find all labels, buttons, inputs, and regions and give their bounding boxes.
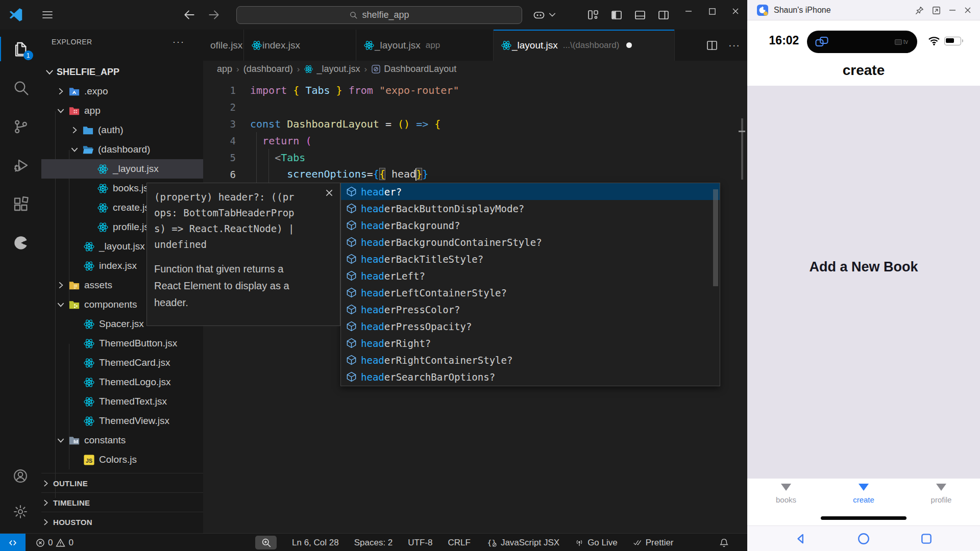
suggest-item[interactable]: headerLeftContainerStyle?: [341, 284, 720, 301]
statusbar-go-live[interactable]: Go Live: [575, 538, 618, 548]
statusbar-utf-8[interactable]: UTF-8: [408, 538, 432, 548]
tree-item[interactable]: app: [41, 101, 204, 120]
tree-item[interactable]: (auth): [41, 120, 204, 140]
explorer-more-icon[interactable]: ···: [173, 37, 185, 47]
extensions-icon: [13, 196, 29, 212]
editor-tab[interactable]: _layout.jsx...\(dashboard): [494, 30, 675, 61]
copilot-icon[interactable]: [532, 9, 546, 21]
suggest-item[interactable]: headerBackground?: [341, 217, 720, 234]
tree-item[interactable]: ThemedView.jsx: [41, 411, 204, 431]
toggle-panel-icon[interactable]: [634, 9, 646, 21]
iphone-minimize-icon[interactable]: [948, 6, 957, 14]
problems-status[interactable]: 0 0: [36, 534, 74, 551]
sidebar-section-timeline[interactable]: TIMELINE: [41, 492, 203, 512]
tree-item[interactable]: JSColors.js: [41, 450, 204, 469]
window-close-button[interactable]: [724, 0, 747, 22]
property-icon: [346, 371, 357, 382]
notifications-button[interactable]: [719, 534, 729, 551]
tree-item[interactable]: _layout.jsx: [41, 159, 204, 179]
statusbar-spaces-2[interactable]: Spaces: 2: [354, 538, 393, 548]
command-center-search[interactable]: shelfie_app: [236, 6, 522, 24]
iphone-tab-books[interactable]: books: [747, 479, 825, 525]
search-icon: [349, 11, 358, 19]
suggest-item[interactable]: headerBackButtonDisplayMode?: [341, 200, 720, 217]
suggest-rest: erBackTitleStyle?: [384, 254, 483, 265]
suggest-item[interactable]: header?: [341, 183, 720, 200]
window-maximize-button[interactable]: [700, 0, 724, 22]
suggest-item[interactable]: headerRight?: [341, 335, 720, 352]
window-minimize-button[interactable]: [677, 0, 700, 22]
forward-arrow-icon[interactable]: [207, 8, 220, 21]
tree-item[interactable]: ThemedButton.jsx: [41, 334, 204, 353]
statusbar-javascript-jsx[interactable]: {}JavaScript JSX: [486, 538, 559, 548]
breadcrumb-item[interactable]: (dashboard): [243, 64, 293, 74]
toggle-secondary-sidebar-icon[interactable]: [657, 9, 670, 21]
activity-item-run-debug[interactable]: [0, 146, 41, 185]
activity-item-search[interactable]: [0, 68, 41, 107]
split-editor-icon[interactable]: [706, 39, 718, 52]
suggest-match: head: [361, 287, 384, 298]
tree-item[interactable]: ThemedText.jsx: [41, 392, 204, 411]
tree-item[interactable]: ThemedCard.jsx: [41, 353, 204, 372]
suggest-item[interactable]: headerLeft?: [341, 267, 720, 284]
nav-title: create: [747, 62, 980, 79]
sidebar-section-houston[interactable]: HOUSTON: [41, 512, 203, 532]
customize-layout-icon[interactable]: [587, 9, 599, 21]
maximize-icon: [708, 8, 716, 15]
code-line[interactable]: 1import { Tabs } from "expo-router": [203, 82, 747, 98]
suggest-item[interactable]: headerPressOpacity?: [341, 318, 720, 335]
nav-home-icon[interactable]: [857, 532, 870, 545]
suggest-item[interactable]: headerPressColor?: [341, 301, 720, 318]
breadcrumb-item[interactable]: app: [217, 64, 232, 74]
statusbar-ln-6-col-28[interactable]: Ln 6, Col 28: [292, 538, 339, 548]
expand-icon[interactable]: [932, 6, 941, 15]
nav-back-icon[interactable]: [794, 532, 807, 545]
activity-item-expo-tools[interactable]: [0, 223, 41, 262]
code-line[interactable]: 6 screenOptions={{ head}}: [203, 166, 747, 183]
pin-icon[interactable]: [915, 6, 924, 15]
editor-tab[interactable]: _layout.jsxapp: [356, 30, 494, 61]
code-line[interactable]: 4 return (: [203, 132, 747, 149]
activity-item-source-control[interactable]: [0, 107, 41, 146]
editor-tab[interactable]: ofile.jsx: [203, 30, 244, 61]
toggle-sidebar-icon[interactable]: [610, 9, 623, 21]
suggest-scrollbar[interactable]: [713, 189, 718, 286]
suggest-item[interactable]: headerBackTitleStyle?: [341, 251, 720, 267]
iphone-close-icon[interactable]: [964, 6, 972, 14]
activity-item-extensions[interactable]: [0, 185, 41, 223]
activity-item-explorer[interactable]: 1: [0, 30, 41, 68]
iphone-tab-profile[interactable]: profile: [902, 479, 980, 525]
zoom-status-button[interactable]: [255, 536, 277, 549]
activity-item-settings[interactable]: [0, 494, 41, 530]
nav-recent-icon[interactable]: [920, 532, 933, 545]
copilot-chevron-icon[interactable]: [549, 12, 556, 18]
remote-indicator[interactable]: [0, 534, 26, 551]
statusbar-crlf[interactable]: CRLF: [448, 538, 470, 548]
code-line[interactable]: 3const DashboardLayout = () => {: [203, 115, 747, 132]
suggest-item[interactable]: headerBackgroundContainerStyle?: [341, 234, 720, 251]
back-arrow-icon[interactable]: [183, 8, 196, 21]
scrollbar-cursor-mark: [739, 131, 745, 132]
breadcrumb-item[interactable]: _layout.jsx: [304, 64, 360, 74]
tree-item[interactable]: constants: [41, 431, 204, 450]
activity-item-accounts[interactable]: [0, 459, 41, 494]
tree-item[interactable]: (dashboard): [41, 140, 204, 159]
tree-root-item[interactable]: SHELFIE_APP: [41, 62, 203, 82]
editor-scrollbar[interactable]: [741, 118, 743, 180]
breadcrumb-item[interactable]: DashboardLayout: [371, 64, 456, 74]
suggest-item[interactable]: headerRightContainerStyle?: [341, 352, 720, 368]
sidebar-section-outline[interactable]: OUTLINE: [41, 473, 203, 493]
tree-item[interactable]: .expo: [41, 82, 204, 101]
tooltip-close-icon[interactable]: [325, 188, 334, 197]
statusbar-prettier[interactable]: Prettier: [633, 538, 674, 548]
home-indicator[interactable]: [821, 516, 906, 520]
editor-more-icon[interactable]: ···: [728, 39, 740, 51]
code-line[interactable]: 5 <Tabs: [203, 149, 747, 166]
menu-icon[interactable]: [41, 9, 54, 21]
editor-tab[interactable]: index.jsx: [244, 30, 356, 61]
property-icon: [346, 237, 357, 247]
suggest-item[interactable]: headerSearchBarOptions?: [341, 368, 720, 385]
code-line[interactable]: 2: [203, 98, 747, 115]
tree-item[interactable]: ThemedLogo.jsx: [41, 372, 204, 392]
iphone-window-actions: [915, 0, 972, 20]
